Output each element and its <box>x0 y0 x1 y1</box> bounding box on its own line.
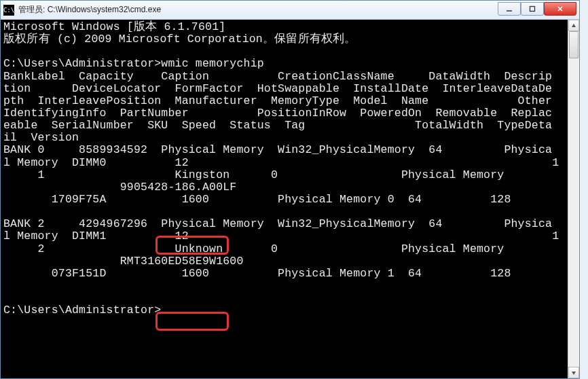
cmd-window: C:\ 管理员: C:\Windows\system32\cmd.exe Mic… <box>0 0 580 379</box>
terminal-output[interactable]: Microsoft Windows [版本 6.1.7601] 版权所有 (c)… <box>1 20 568 378</box>
titlebar[interactable]: C:\ 管理员: C:\Windows\system32\cmd.exe <box>1 1 579 20</box>
content-area: Microsoft Windows [版本 6.1.7601] 版权所有 (c)… <box>1 20 579 378</box>
vertical-scrollbar[interactable] <box>568 20 579 378</box>
scroll-down-button[interactable] <box>568 367 579 378</box>
svg-rect-1 <box>530 6 535 11</box>
cmd-icon: C:\ <box>3 5 14 16</box>
scrollbar-track[interactable] <box>568 31 579 367</box>
minimize-button[interactable] <box>498 2 521 16</box>
svg-marker-5 <box>572 372 576 375</box>
maximize-button[interactable] <box>521 2 544 16</box>
svg-marker-4 <box>572 24 576 27</box>
window-controls <box>498 5 576 16</box>
window-title: 管理员: C:\Windows\system32\cmd.exe <box>18 4 498 16</box>
scrollbar-thumb[interactable] <box>569 31 578 58</box>
scroll-up-button[interactable] <box>568 20 579 31</box>
close-button[interactable] <box>544 2 576 16</box>
text-cursor <box>161 312 167 314</box>
